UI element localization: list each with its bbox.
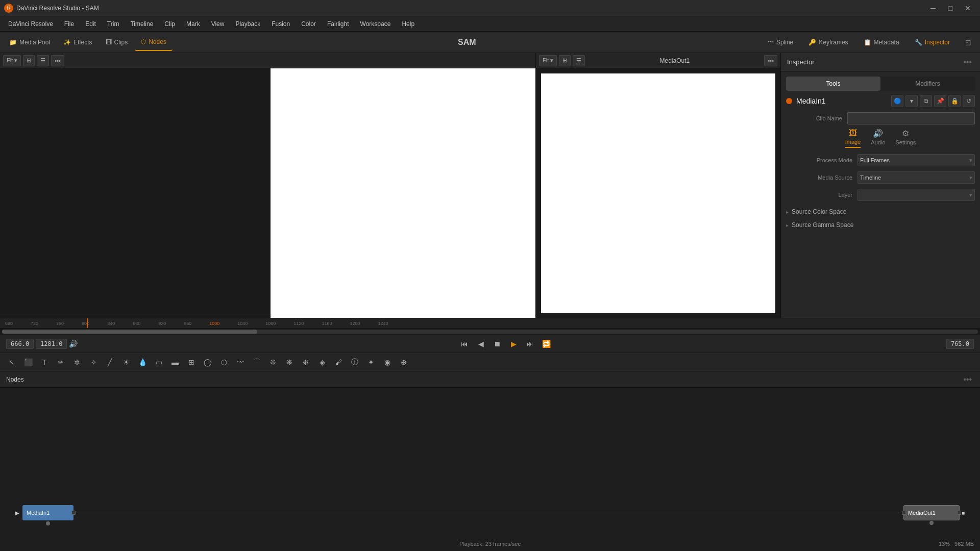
- right-viewer-grid[interactable]: ☰: [573, 55, 585, 66]
- image-tab[interactable]: 🖼 Image: [845, 129, 861, 148]
- audio-tab[interactable]: 🔊 Audio: [871, 129, 885, 148]
- viewer-grid[interactable]: ☰: [37, 55, 49, 66]
- brightness-tool[interactable]: ☀: [118, 355, 134, 369]
- inspector-button[interactable]: 🔧 Inspector: [909, 35, 956, 50]
- viewer-extra[interactable]: •••: [51, 55, 64, 66]
- metadata-button[interactable]: 📋 Metadata: [857, 35, 905, 50]
- mediaout1-node[interactable]: MediaOut1: [903, 505, 960, 520]
- menu-fusion[interactable]: Fusion: [266, 18, 295, 30]
- mediain1-node[interactable]: MediaIn1: [22, 505, 74, 520]
- mediaout1-bottom-dot: [929, 521, 934, 525]
- menu-davinci[interactable]: DaVinci Resolve: [3, 18, 58, 30]
- skip-start-button[interactable]: ⏮: [457, 338, 472, 350]
- menu-color[interactable]: Color: [296, 18, 321, 30]
- node-chevron-btn[interactable]: ▾: [905, 95, 918, 107]
- vfx-tool[interactable]: ✦: [363, 355, 379, 369]
- clip-name-label: Clip Name: [786, 115, 842, 121]
- scrollbar-thumb[interactable]: [2, 330, 257, 334]
- timeline-scrollbar[interactable]: [2, 330, 978, 334]
- panel-expand-button[interactable]: ◱: [959, 35, 977, 50]
- text-tool[interactable]: T: [37, 355, 52, 369]
- menu-fairlight[interactable]: Fairlight: [322, 18, 354, 30]
- nodes-button[interactable]: ⬡ Nodes: [135, 34, 173, 51]
- solid-tool[interactable]: ◉: [380, 355, 395, 369]
- menu-timeline[interactable]: Timeline: [125, 18, 158, 30]
- ruler-marks: 680 720 760 800 840 880 920 960 1000 104…: [0, 318, 980, 328]
- fit-dropdown[interactable]: Fit ▾: [3, 55, 21, 66]
- settings-tab[interactable]: ⚙ Settings: [895, 129, 916, 148]
- title-bar-controls[interactable]: ─ □ ✕: [925, 1, 976, 15]
- skip-end-button[interactable]: ⏭: [523, 338, 537, 350]
- nodes-menu-button[interactable]: •••: [961, 375, 974, 384]
- loop-button[interactable]: 🔁: [539, 338, 553, 350]
- paint-tool[interactable]: ✏: [53, 355, 68, 369]
- particle3-tool[interactable]: ❉: [298, 355, 313, 369]
- clips-button[interactable]: 🎞 Clips: [100, 34, 134, 51]
- bezier-tool[interactable]: ⟡: [86, 355, 101, 369]
- bspline-tool[interactable]: ╱: [102, 355, 117, 369]
- process-mode-dropdown[interactable]: Full Frames ▾: [857, 154, 975, 166]
- warp-tool[interactable]: 〰: [233, 355, 248, 369]
- source-color-space-collapsible[interactable]: ▸ Source Color Space: [786, 206, 975, 217]
- polyline-tool[interactable]: ✲: [69, 355, 85, 369]
- transform-tool[interactable]: ⊞: [184, 355, 199, 369]
- source-gamma-space-collapsible[interactable]: ▸ Source Gamma Space: [786, 219, 975, 231]
- text2-tool[interactable]: Ⓣ: [347, 355, 362, 369]
- particle-tool[interactable]: ❊: [265, 355, 281, 369]
- view-options[interactable]: ⊞: [23, 55, 35, 66]
- viewer-output-label: MediaOut1: [587, 57, 762, 64]
- clip-name-input[interactable]: [847, 112, 975, 124]
- right-view-options[interactable]: ⊞: [559, 55, 571, 66]
- more-tool[interactable]: ⊕: [396, 355, 411, 369]
- brush-fill-tool[interactable]: ⬛: [20, 355, 36, 369]
- title-bar: R DaVinci Resolve Studio - SAM ─ □ ✕: [0, 0, 980, 16]
- play-button[interactable]: ▶: [506, 338, 521, 350]
- rect-tool[interactable]: ▭: [151, 355, 166, 369]
- menu-mark[interactable]: Mark: [181, 18, 205, 30]
- polygon-tool[interactable]: ⬡: [216, 355, 232, 369]
- color-tool[interactable]: 💧: [135, 355, 150, 369]
- menu-help[interactable]: Help: [397, 18, 420, 30]
- select-tool[interactable]: ↖: [4, 355, 19, 369]
- frame-timecode[interactable]: 765.0: [946, 339, 974, 349]
- node-color-btn[interactable]: 🔵: [891, 95, 903, 107]
- source-color-space-chevron: ▸: [786, 209, 789, 215]
- vector-tool[interactable]: ⌒: [249, 355, 264, 369]
- paint2-tool[interactable]: 🖌: [331, 355, 346, 369]
- close-button[interactable]: ✕: [960, 1, 976, 15]
- menu-playback[interactable]: Playback: [230, 18, 265, 30]
- particle2-tool[interactable]: ❋: [282, 355, 297, 369]
- spline-button[interactable]: 〜 Spline: [762, 35, 799, 50]
- menu-trim[interactable]: Trim: [102, 18, 125, 30]
- volume-icon[interactable]: 🔊: [69, 340, 78, 348]
- inspector-menu-button[interactable]: •••: [961, 58, 974, 67]
- mask-tool[interactable]: ◈: [314, 355, 330, 369]
- layer-dropdown[interactable]: ▾: [857, 189, 975, 201]
- node-pin-btn[interactable]: 📌: [934, 95, 946, 107]
- tools-tab[interactable]: Tools: [786, 77, 880, 91]
- node-reset-btn[interactable]: ↺: [963, 95, 975, 107]
- right-viewer-extra[interactable]: •••: [764, 55, 777, 66]
- node-copy-btn[interactable]: ⧉: [920, 95, 932, 107]
- ellipse-tool[interactable]: ◯: [200, 355, 215, 369]
- menu-workspace[interactable]: Workspace: [355, 18, 396, 30]
- node-lock-btn[interactable]: 🔒: [948, 95, 961, 107]
- modifiers-tab[interactable]: Modifiers: [880, 77, 975, 91]
- rect2-tool[interactable]: ▬: [167, 355, 183, 369]
- menu-view[interactable]: View: [206, 18, 230, 30]
- right-fit-dropdown[interactable]: Fit ▾: [539, 55, 557, 66]
- effects-button[interactable]: ✨ Effects: [57, 34, 98, 51]
- stop-button[interactable]: ⏹: [490, 338, 504, 350]
- ruler-mark-13: 1200: [350, 321, 360, 326]
- menu-file[interactable]: File: [59, 18, 79, 30]
- menu-clip[interactable]: Clip: [159, 18, 180, 30]
- timecode-left[interactable]: 666.0: [6, 339, 34, 349]
- timecode-right[interactable]: 1281.0: [36, 339, 67, 349]
- keyframes-button[interactable]: 🔑 Keyframes: [802, 35, 854, 50]
- maximize-button[interactable]: □: [942, 1, 959, 15]
- media-pool-button[interactable]: 📁 Media Pool: [3, 34, 56, 51]
- menu-edit[interactable]: Edit: [80, 18, 101, 30]
- minimize-button[interactable]: ─: [925, 1, 941, 15]
- media-source-dropdown[interactable]: Timeline ▾: [857, 171, 975, 184]
- prev-frame-button[interactable]: ◀: [474, 338, 488, 350]
